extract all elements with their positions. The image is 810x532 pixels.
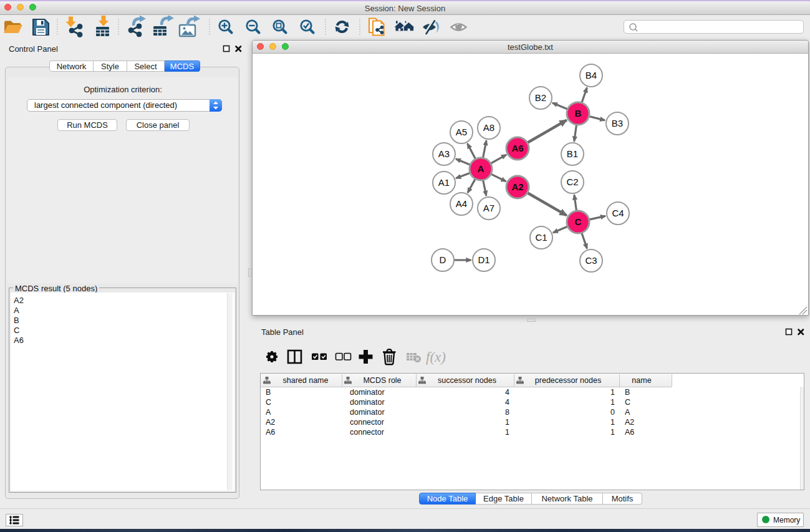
svg-text:4: 4 [505,388,509,397]
svg-text:B: B [625,388,630,397]
svg-text:shared name: shared name [283,376,329,385]
svg-text:A1: A1 [438,177,450,188]
svg-text:A4: A4 [456,198,467,209]
svg-text:C3: C3 [585,255,597,266]
svg-text:C2: C2 [566,177,578,187]
svg-text:A6: A6 [266,428,275,437]
svg-text:D1: D1 [478,254,489,265]
svg-text:1: 1 [610,388,615,397]
svg-text:connector: connector [350,428,384,437]
svg-text:C: C [266,398,271,407]
svg-text:B: B [266,388,271,397]
svg-text:f(x): f(x) [426,349,446,365]
svg-text:1: 1 [610,428,615,437]
svg-text:B4: B4 [586,70,597,80]
svg-text:C: C [575,216,582,227]
svg-text:A2: A2 [266,418,275,427]
svg-text:D: D [440,254,446,265]
svg-text:A: A [478,163,485,174]
svg-text:dominator: dominator [350,398,385,407]
svg-text:0: 0 [610,408,615,417]
svg-text:A6: A6 [511,143,523,153]
svg-text:MCDS role: MCDS role [363,376,401,385]
svg-text:predecessor nodes: predecessor nodes [535,376,601,385]
svg-text:A2: A2 [511,181,523,192]
svg-text:A6: A6 [625,428,634,437]
svg-text:C4: C4 [612,208,624,218]
svg-text:successor nodes: successor nodes [438,376,496,385]
svg-text:name: name [632,376,651,385]
svg-text:B: B [575,108,582,118]
svg-text:dominator: dominator [350,388,385,397]
svg-text:A: A [266,408,271,417]
svg-text:1: 1 [505,418,509,427]
svg-text:connector: connector [350,418,384,427]
svg-text:A5: A5 [456,127,467,137]
svg-text:A8: A8 [483,122,494,133]
svg-text:A2: A2 [625,418,634,427]
svg-text:A7: A7 [483,203,494,213]
svg-text:A3: A3 [438,148,450,159]
svg-text:A: A [625,408,630,417]
svg-text:1: 1 [610,418,615,427]
svg-text:B1: B1 [567,148,578,159]
svg-text:B2: B2 [535,92,546,103]
svg-text:1: 1 [505,428,509,437]
svg-text:dominator: dominator [350,408,385,417]
svg-text:C: C [625,398,630,407]
svg-text:4: 4 [505,398,509,407]
svg-text:C1: C1 [535,232,547,243]
svg-text:8: 8 [505,408,509,417]
svg-text:1: 1 [610,398,615,407]
svg-text:B3: B3 [612,118,623,128]
